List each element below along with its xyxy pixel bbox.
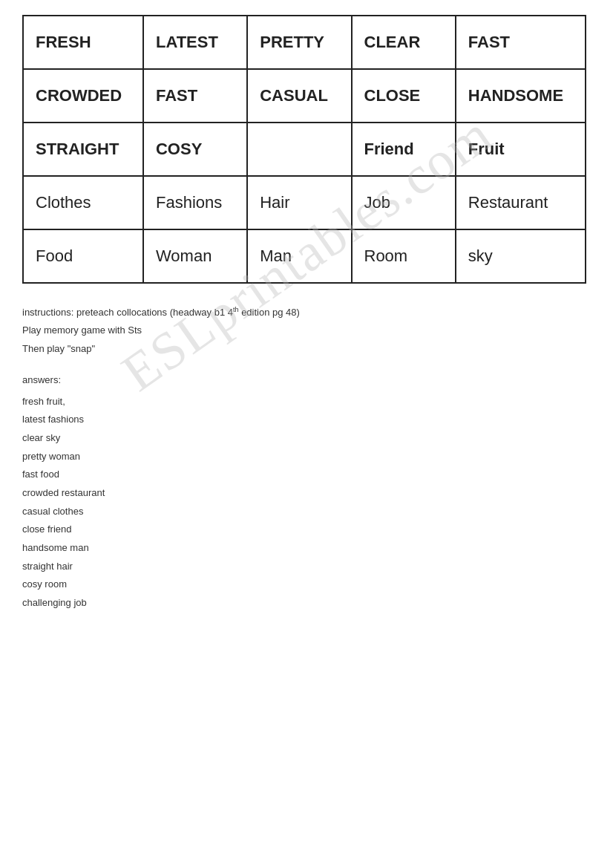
table-cell: Fruit — [456, 123, 586, 176]
answer-item: casual clothes — [22, 503, 591, 521]
table-cell: Room — [352, 229, 456, 283]
answers-section: answers: fresh fruit,latest fashionsclea… — [22, 371, 591, 613]
table-cell: STRAIGHT — [23, 123, 143, 176]
table-cell: CROWDED — [23, 69, 143, 123]
table-cell: Restaurant — [456, 176, 586, 229]
table-cell: FAST — [143, 69, 247, 123]
table-cell: Hair — [247, 176, 351, 229]
table-row: FRESHLATESTPRETTYCLEARFAST — [23, 16, 586, 69]
table-cell: Man — [247, 229, 351, 283]
answer-item: straight hair — [22, 558, 591, 576]
table-cell: Food — [23, 229, 143, 283]
table-cell: PRETTY — [247, 16, 351, 69]
answer-item: challenging job — [22, 594, 591, 613]
table-cell: Clothes — [23, 176, 143, 229]
table-row: CROWDEDFASTCASUALCLOSEHANDSOME — [23, 69, 586, 123]
answer-item: latest fashions — [22, 411, 591, 429]
instruction-line3: Then play "snap" — [22, 341, 591, 357]
instructions-section: instructions: preteach collocations (hea… — [22, 304, 591, 357]
table-cell: Friend — [352, 123, 456, 176]
table-cell: Fashions — [143, 176, 247, 229]
table-cell: CLOSE — [352, 69, 456, 123]
table-cell — [247, 123, 351, 176]
vocabulary-table: FRESHLATESTPRETTYCLEARFASTCROWDEDFASTCAS… — [22, 15, 586, 284]
instruction-line1: instructions: preteach collocations (hea… — [22, 304, 591, 321]
answer-item: clear sky — [22, 429, 591, 448]
table-cell: sky — [456, 229, 586, 283]
answer-item: pretty woman — [22, 448, 591, 466]
table-row: ClothesFashionsHairJobRestaurant — [23, 176, 586, 229]
table-cell: Woman — [143, 229, 247, 283]
table-cell: CLEAR — [352, 16, 456, 69]
table-cell: LATEST — [143, 16, 247, 69]
answer-item: fresh fruit, — [22, 393, 591, 411]
answer-item: handsome man — [22, 539, 591, 558]
table-cell: Job — [352, 176, 456, 229]
table-cell: COSY — [143, 123, 247, 176]
table-cell: FAST — [456, 16, 586, 69]
instruction-line2: Play memory game with Sts — [22, 322, 591, 339]
table-row: FoodWomanManRoomsky — [23, 229, 586, 283]
table-row: STRAIGHTCOSYFriendFruit — [23, 123, 586, 176]
table-cell: CASUAL — [247, 69, 351, 123]
answer-item: close friend — [22, 521, 591, 539]
table-cell: HANDSOME — [456, 69, 586, 123]
table-cell: FRESH — [23, 16, 143, 69]
answer-item: fast food — [22, 466, 591, 484]
answer-item: crowded restaurant — [22, 484, 591, 503]
answer-item: cosy room — [22, 575, 591, 594]
answers-title: answers: — [22, 371, 591, 390]
